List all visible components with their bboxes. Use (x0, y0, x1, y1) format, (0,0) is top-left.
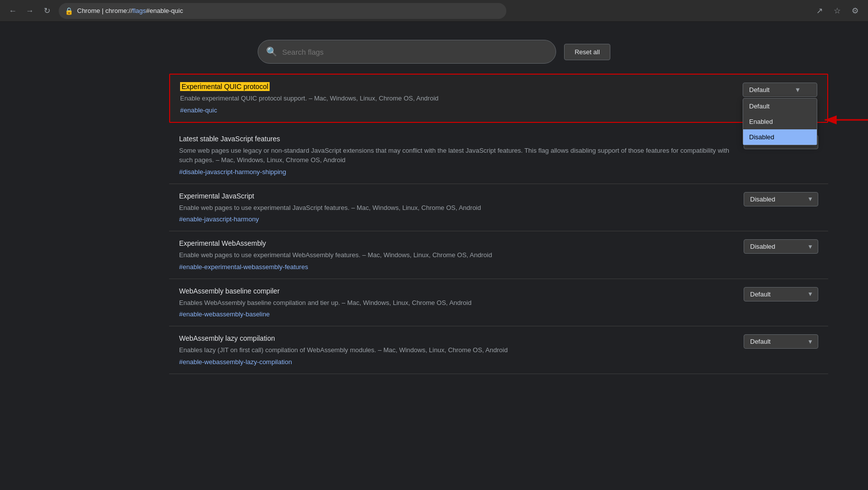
flag-title-js-exp: Experimental JavaScript (179, 192, 734, 200)
flag-link-wasm-lazy[interactable]: #enable-webassembly-lazy-compilation (179, 358, 292, 366)
flag-item-js-exp: Experimental JavaScript Enable web pages… (169, 184, 828, 232)
chevron-down-icon: ▼ (794, 86, 801, 94)
search-input[interactable] (282, 48, 548, 56)
flag-info-wasm-lazy: WebAssembly lazy compilation Enables laz… (179, 334, 734, 366)
flag-control-js-exp[interactable]: Default Enabled Disabled ▼ (744, 192, 818, 206)
flag-item-wasm-exp: Experimental WebAssembly Enable web page… (169, 231, 828, 279)
flag-desc-wasm-baseline: Enables WebAssembly baseline compilation… (179, 298, 734, 308)
flag-dropdown-quic[interactable]: Default ▼ (743, 83, 817, 97)
flag-dropdown-wasm-baseline[interactable]: Default Enabled Disabled (744, 287, 818, 301)
flag-control-quic[interactable]: Default ▼ Default Enabled Disabled (743, 83, 817, 97)
option-default[interactable]: Default (743, 98, 817, 114)
flag-dropdown-wasm-lazy[interactable]: Default Enabled Disabled (744, 334, 818, 349)
share-button[interactable]: ↗ (812, 4, 826, 18)
flag-info-quic: Experimental QUIC protocol Enable experi… (180, 83, 733, 114)
bookmark-button[interactable]: ☆ (830, 4, 844, 18)
flag-control-wasm-exp[interactable]: Default Enabled Disabled ▼ (744, 239, 818, 254)
flag-dropdown-value: Default (749, 86, 770, 94)
flag-link-wasm-exp[interactable]: #enable-experimental-webassembly-feature… (179, 263, 308, 271)
reset-all-button[interactable]: Reset all (564, 44, 610, 60)
search-area: 🔍 Reset all (0, 32, 868, 74)
url-path: flags (132, 7, 146, 14)
flag-item-js-stable: Latest stable JavaScript features Some w… (169, 127, 828, 184)
option-disabled[interactable]: Disabled (743, 129, 817, 145)
flag-title-highlighted: Experimental QUIC protocol (180, 82, 270, 91)
lock-icon: 🔒 (65, 7, 73, 15)
flag-item-quic: Experimental QUIC protocol Enable experi… (169, 74, 828, 123)
flag-desc-js-exp: Enable web pages to use experimental Jav… (179, 203, 734, 213)
flag-title-quic: Experimental QUIC protocol (180, 83, 733, 91)
address-text: Chrome | chrome://flags#enable-quic (77, 7, 183, 14)
url-prefix: Chrome | chrome:// (77, 7, 132, 14)
flag-link-js-exp[interactable]: #enable-javascript-harmony (179, 215, 259, 223)
flag-info-js-exp: Experimental JavaScript Enable web pages… (179, 192, 734, 223)
option-enabled[interactable]: Enabled (743, 114, 817, 129)
back-button[interactable]: ← (6, 4, 20, 18)
search-box[interactable]: 🔍 (258, 40, 556, 64)
browser-actions: ↗ ☆ ⚙ (812, 4, 862, 18)
flag-title-js-stable: Latest stable JavaScript features (179, 135, 734, 143)
flag-dropdown-js-exp[interactable]: Default Enabled Disabled (744, 192, 818, 206)
search-icon: 🔍 (266, 46, 277, 57)
flag-link-quic[interactable]: #enable-quic (180, 106, 217, 114)
refresh-button[interactable]: ↻ (40, 4, 54, 18)
flags-list: Experimental QUIC protocol Enable experi… (159, 74, 838, 374)
url-hash: #enable-quic (146, 7, 183, 14)
browser-bar: ← → ↻ 🔒 Chrome | chrome://flags#enable-q… (0, 0, 868, 22)
flag-dropdown-wasm-exp[interactable]: Default Enabled Disabled (744, 239, 818, 254)
flag-info-js-stable: Latest stable JavaScript features Some w… (179, 135, 734, 176)
flag-desc-js-stable: Some web pages use legacy or non-standar… (179, 146, 734, 165)
flag-title-wasm-lazy: WebAssembly lazy compilation (179, 334, 734, 342)
flag-info-wasm-baseline: WebAssembly baseline compiler Enables We… (179, 287, 734, 318)
flag-link-wasm-baseline[interactable]: #enable-webassembly-baseline (179, 310, 270, 318)
flag-desc-quic: Enable experimental QUIC protocol suppor… (180, 94, 733, 103)
flag-item-wasm-baseline: WebAssembly baseline compiler Enables We… (169, 279, 828, 327)
browser-controls: ← → ↻ (6, 4, 54, 18)
extension-button[interactable]: ⚙ (848, 4, 862, 18)
flag-desc-wasm-exp: Enable web pages to use experimental Web… (179, 250, 734, 260)
address-bar[interactable]: 🔒 Chrome | chrome://flags#enable-quic (59, 3, 506, 19)
flag-link-js-stable[interactable]: #disable-javascript-harmony-shipping (179, 168, 286, 176)
flag-item-wasm-lazy: WebAssembly lazy compilation Enables laz… (169, 326, 828, 374)
flag-control-wasm-baseline[interactable]: Default Enabled Disabled ▼ (744, 287, 818, 301)
flag-title-wasm-baseline: WebAssembly baseline compiler (179, 287, 734, 295)
page-content: 🔍 Reset all Experimental QUIC protocol E… (0, 22, 868, 384)
forward-button[interactable]: → (23, 4, 37, 18)
flag-control-wasm-lazy[interactable]: Default Enabled Disabled ▼ (744, 334, 818, 349)
flag-dropdown-options-quic: Default Enabled Disabled (743, 98, 817, 145)
flag-title-wasm-exp: Experimental WebAssembly (179, 239, 734, 247)
flag-desc-wasm-lazy: Enables lazy (JIT on first call) compila… (179, 345, 734, 355)
flag-info-wasm-exp: Experimental WebAssembly Enable web page… (179, 239, 734, 271)
